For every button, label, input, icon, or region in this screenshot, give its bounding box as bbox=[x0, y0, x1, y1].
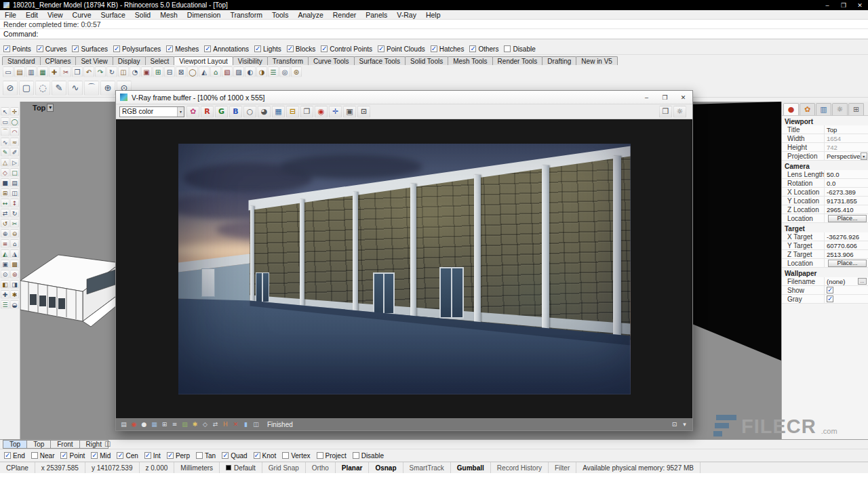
vray-status-icon[interactable]: ✕ bbox=[231, 420, 240, 429]
toolbar-icon[interactable]: ▨ bbox=[233, 66, 244, 77]
toolbar-icon[interactable]: ▣ bbox=[141, 66, 152, 77]
checkbox[interactable] bbox=[353, 452, 359, 459]
viewport-tab[interactable]: Top bbox=[26, 440, 51, 449]
vray-toolbar-icon[interactable]: ▦ bbox=[272, 106, 285, 118]
tool-icon[interactable]: ⇄ bbox=[1, 209, 9, 218]
panel-tab-icon[interactable]: ☼ bbox=[832, 103, 848, 115]
status-toggle[interactable]: SmartTrack bbox=[403, 462, 451, 473]
toolbar-icon[interactable]: ✎ bbox=[52, 81, 66, 96]
title-value[interactable]: Top bbox=[824, 125, 868, 134]
status-toggle[interactable]: Grid Snap bbox=[262, 462, 306, 473]
toolbar-icon[interactable]: ◎ bbox=[279, 66, 290, 77]
vray-toolbar-icon[interactable]: ○ bbox=[243, 106, 256, 118]
checkbox[interactable] bbox=[3, 45, 10, 52]
toolbar-icon[interactable]: ⊟ bbox=[164, 66, 175, 77]
filter-toggle[interactable]: Meshes bbox=[166, 45, 199, 53]
checkbox[interactable] bbox=[431, 45, 437, 52]
tool-icon[interactable]: ↺ bbox=[1, 219, 9, 228]
vray-toolbar-icon[interactable]: ⊟ bbox=[286, 106, 299, 118]
toolbar-icon[interactable]: ◫ bbox=[118, 66, 129, 77]
vray-toolbar-icon[interactable]: G bbox=[215, 106, 228, 118]
wallpaper-show-checkbox[interactable] bbox=[827, 287, 833, 293]
osnap-toggle[interactable]: Vertex bbox=[282, 452, 310, 460]
menu-item[interactable]: Surface bbox=[96, 11, 130, 19]
viewport-tab[interactable]: Top bbox=[3, 440, 27, 449]
place-target-button[interactable]: Place... bbox=[828, 260, 867, 267]
menu-item[interactable]: V-Ray bbox=[392, 11, 421, 19]
tool-icon[interactable]: ⊚ bbox=[10, 270, 19, 279]
panel-tab-icon[interactable]: ● bbox=[783, 103, 799, 115]
toolbar-icon[interactable]: ∿ bbox=[68, 81, 83, 96]
toolbar-icon[interactable]: ◯ bbox=[187, 66, 198, 77]
toolbar-tab[interactable]: New in V5 bbox=[576, 56, 618, 65]
osnap-toggle[interactable]: Tan bbox=[196, 452, 216, 460]
place-camera-button[interactable]: Place... bbox=[828, 215, 867, 222]
vray-status-icon[interactable]: ◉ bbox=[130, 420, 138, 429]
toolbar-tab[interactable]: Curve Tools bbox=[308, 56, 355, 65]
tool-icon[interactable]: ◨ bbox=[10, 280, 19, 289]
menu-item[interactable]: Curve bbox=[68, 11, 96, 19]
tool-icon[interactable]: ✂ bbox=[10, 219, 19, 228]
tool-icon[interactable]: ⌂ bbox=[10, 239, 19, 248]
toolbar-tab[interactable]: Display bbox=[113, 56, 146, 65]
toolbar-icon[interactable]: ✚ bbox=[49, 66, 60, 77]
filter-toggle[interactable]: Disable bbox=[504, 45, 535, 53]
lens-value[interactable]: 50.0 bbox=[824, 170, 868, 178]
osnap-toggle[interactable]: Quad bbox=[222, 452, 247, 460]
checkbox[interactable] bbox=[317, 452, 323, 459]
channel-select[interactable]: RGB color ▾ bbox=[119, 106, 184, 117]
vray-status-icon[interactable]: ⇄ bbox=[211, 420, 220, 429]
toolbar-icon[interactable]: ◌ bbox=[35, 81, 50, 96]
tool-icon[interactable]: ▭ bbox=[1, 117, 9, 126]
tool-icon[interactable]: ↕ bbox=[10, 199, 19, 207]
x-location-value[interactable]: -6273.389 bbox=[824, 188, 868, 196]
x-target-value[interactable]: -36276.926 bbox=[824, 232, 868, 241]
vray-titlebar[interactable]: V-Ray frame buffer - [100% of 1000 x 555… bbox=[116, 91, 692, 104]
toolbar-tab[interactable]: Surface Tools bbox=[354, 56, 406, 65]
vray-toolbar-icon[interactable]: ❐ bbox=[300, 106, 313, 118]
osnap-toggle[interactable]: Mid bbox=[91, 452, 111, 460]
osnap-toggle[interactable]: End bbox=[4, 452, 25, 460]
toolbar-icon[interactable]: ▥ bbox=[26, 66, 37, 77]
osnap-toggle[interactable]: Point bbox=[60, 452, 85, 460]
toolbar-icon[interactable]: ↶ bbox=[83, 66, 94, 77]
vray-render-canvas[interactable] bbox=[116, 119, 692, 418]
wallpaper-filename-value[interactable]: (none) ... bbox=[824, 277, 868, 285]
toolbar-icon[interactable]: ▧ bbox=[222, 66, 233, 77]
vray-status-icon[interactable]: H bbox=[221, 420, 230, 429]
tool-icon[interactable]: ◠ bbox=[10, 127, 19, 136]
toolbar-tab[interactable]: Standard bbox=[2, 56, 41, 65]
vray-maximize-button[interactable]: ❐ bbox=[656, 91, 674, 104]
projection-value[interactable]: Perspective ▾ bbox=[824, 152, 868, 160]
vray-toolbar-icon[interactable]: ◕ bbox=[258, 106, 271, 118]
checkbox[interactable] bbox=[72, 45, 79, 52]
viewport-title[interactable]: Top ▾ bbox=[33, 104, 54, 112]
tool-icon[interactable]: ◯ bbox=[10, 117, 19, 126]
checkbox[interactable] bbox=[196, 452, 203, 459]
tool-icon[interactable]: ▤ bbox=[10, 178, 19, 187]
vray-toolbar-icon[interactable]: ◉ bbox=[315, 106, 328, 118]
toolbar-icon[interactable]: ⌂ bbox=[210, 66, 221, 77]
checkbox[interactable] bbox=[37, 45, 43, 52]
minimize-button[interactable]: – bbox=[819, 0, 835, 10]
tool-icon[interactable]: ☰ bbox=[1, 300, 9, 309]
toolbar-icon[interactable]: ◭ bbox=[199, 66, 210, 77]
tool-icon[interactable]: ◫ bbox=[10, 188, 19, 197]
toolbar-icon[interactable]: ✂ bbox=[60, 66, 71, 77]
tool-icon[interactable]: ⊙ bbox=[1, 270, 9, 279]
filter-toggle[interactable]: Hatches bbox=[431, 45, 465, 53]
vray-expand-icon[interactable]: ▾ bbox=[680, 420, 689, 429]
menu-item[interactable]: Transform bbox=[225, 11, 267, 19]
rotation-value[interactable]: 0.0 bbox=[824, 179, 868, 187]
toolbar-tab[interactable]: Visibility bbox=[233, 56, 268, 65]
tool-icon[interactable]: ✛ bbox=[10, 107, 19, 116]
tool-icon[interactable]: ↔ bbox=[1, 199, 9, 207]
tool-icon[interactable]: ■ bbox=[1, 178, 9, 187]
checkbox[interactable] bbox=[166, 45, 173, 52]
vray-toolbar-icon[interactable]: ☼ bbox=[673, 106, 686, 118]
menu-item[interactable]: Tools bbox=[267, 11, 294, 19]
toolbar-icon[interactable]: ⊠ bbox=[176, 66, 186, 77]
filter-toggle[interactable]: Polysurfaces bbox=[113, 45, 161, 53]
command-prompt[interactable]: Command: bbox=[0, 29, 868, 39]
vray-toolbar-icon[interactable]: ✛ bbox=[329, 106, 342, 118]
